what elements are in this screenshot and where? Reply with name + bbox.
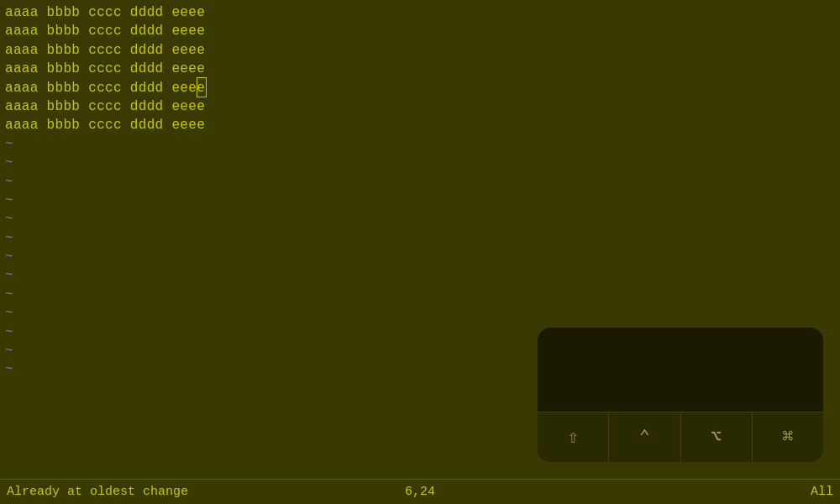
text-line: aaaa bbbb cccc dddd eeee [5,41,835,60]
alt-key[interactable]: ⌥ [681,412,753,462]
tilde-line: ~ [5,192,835,210]
tilde-line: ~ [5,210,835,228]
tilde-line: ~ [5,154,835,172]
tilde-line: ~ [5,304,835,323]
status-mode: All [811,485,833,499]
keyboard-widget: ⇧⌃⌥⌘ [538,328,823,462]
ctrl-key[interactable]: ⌃ [609,412,680,462]
text-line: aaaa bbbb cccc dddd eeee [5,22,835,40]
status-bar: Already at oldest change 6,24 All [0,479,840,504]
keyboard-keys-row: ⇧⌃⌥⌘ [538,412,823,462]
tilde-line: ~ [5,248,835,266]
tilde-line: ~ [5,286,835,304]
tilde-line: ~ [5,135,835,154]
text-line: aaaa bbbb cccc dddd eeee [5,79,835,97]
text-line: aaaa bbbb cccc dddd eeee [5,3,835,22]
tilde-line: ~ [5,173,835,192]
text-line: aaaa bbbb cccc dddd eeee [5,60,835,78]
keyboard-display [538,328,823,412]
text-line: aaaa bbbb cccc dddd eeee [5,116,835,134]
tilde-line: ~ [5,266,835,285]
shift-key[interactable]: ⇧ [538,412,609,462]
cursor: e [197,79,205,97]
tilde-line: ~ [5,229,835,248]
status-position: 6,24 [405,485,435,499]
status-message: Already at oldest change [7,485,188,499]
text-line: aaaa bbbb cccc dddd eeee [5,97,835,116]
cmd-key[interactable]: ⌘ [753,412,823,462]
